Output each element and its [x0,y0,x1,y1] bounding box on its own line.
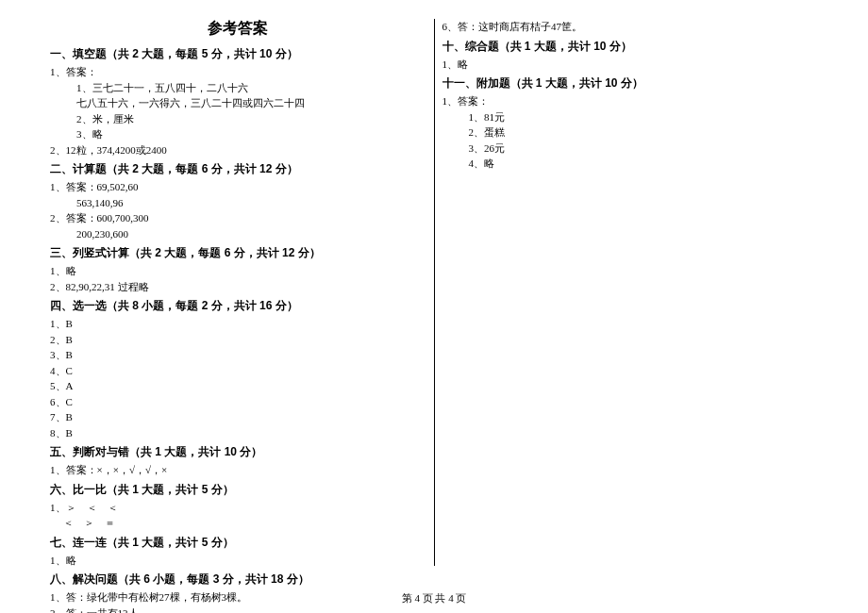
section-4-header: 四、选一选（共 8 小题，每题 2 分，共计 16 分） [50,298,426,314]
answer-subitem: 3、略 [76,126,426,142]
answer-item: 1、B [50,316,426,332]
answer-item: 5、A [50,378,426,394]
answer-item: 1、答案：×，×，√，√，× [50,462,426,478]
answer-item: 1、答案： [442,93,819,109]
answer-subitem: 七八五十六，一六得六，三八二十四或四六二十四 [76,95,426,111]
answer-item: 1、略 [442,57,819,73]
answer-item: 1、答案： [50,64,426,80]
section-5-header: 五、判断对与错（共 1 大题，共计 10 分） [50,444,426,460]
answer-item: 1、略 [50,553,426,569]
answer-item: 1、＞ ＜ ＜ [50,500,426,516]
answer-item: 8、B [50,425,426,441]
section-6-header: 六、比一比（共 1 大题，共计 5 分） [50,482,426,498]
answer-item: 2、82,90,22,31 过程略 [50,279,426,295]
answer-item: 6、答：这时商店有桔子47筐。 [442,19,819,35]
answer-subitem: 200,230,600 [76,226,426,242]
answer-item: 1、答案：69,502,60 [50,179,426,195]
section-7-header: 七、连一连（共 1 大题，共计 5 分） [50,535,426,551]
left-column: 参考答案 一、填空题（共 2 大题，每题 5 分，共计 10 分） 1、答案： … [42,19,435,566]
answer-item: 1、略 [50,263,426,279]
page-container: 参考答案 一、填空题（共 2 大题，每题 5 分，共计 10 分） 1、答案： … [0,0,868,575]
section-11-header: 十一、附加题（共 1 大题，共计 10 分） [442,75,819,91]
answer-item: 2、答：一共有12人. [50,605,426,614]
answer-subitem: 4、略 [469,156,819,172]
answer-item: ＜ ＞ ＝ [50,515,426,531]
right-column: 6、答：这时商店有桔子47筐。 十、综合题（共 1 大题，共计 10 分） 1、… [435,19,826,566]
answer-subitem: 2、米，厘米 [76,111,426,127]
answer-item: 2、答案：600,700,300 [50,210,426,226]
answer-subitem: 1、81元 [469,109,819,125]
answer-item: 3、B [50,347,426,363]
answer-item: 4、C [50,363,426,379]
answer-subitem: 2、蛋糕 [469,124,819,141]
answer-item: 2、B [50,332,426,348]
page-footer: 第 4 页 共 4 页 [0,591,868,605]
document-title: 参考答案 [50,19,426,39]
section-3-header: 三、列竖式计算（共 2 大题，每题 6 分，共计 12 分） [50,245,426,261]
answer-subitem: 1、三七二十一，五八四十，二八十六 [76,80,426,96]
answer-item: 6、C [50,394,426,410]
answer-subitem: 563,140,96 [76,195,426,211]
answer-item: 7、B [50,409,426,425]
section-8-header: 八、解决问题（共 6 小题，每题 3 分，共计 18 分） [50,572,426,588]
answer-item: 2、12粒，374,4200或2400 [50,142,426,158]
section-10-header: 十、综合题（共 1 大题，共计 10 分） [442,39,819,55]
answer-subitem: 3、26元 [469,141,819,157]
section-2-header: 二、计算题（共 2 大题，每题 6 分，共计 12 分） [50,161,426,177]
section-1-header: 一、填空题（共 2 大题，每题 5 分，共计 10 分） [50,46,426,62]
